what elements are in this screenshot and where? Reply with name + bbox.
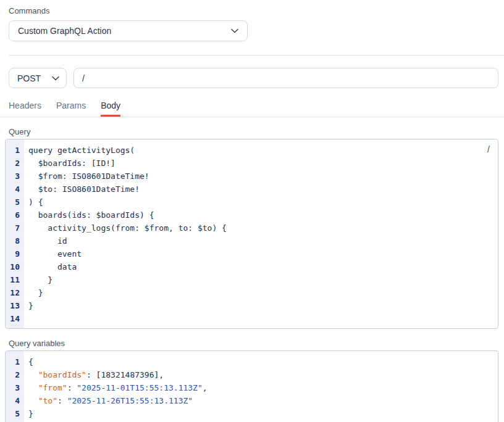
tab-params[interactable]: Params <box>56 101 86 117</box>
chevron-down-icon <box>52 76 59 81</box>
line-number: 14 <box>6 312 24 325</box>
query-variables-label: Query variables <box>9 339 504 348</box>
line-number: 2 <box>6 157 24 170</box>
tab-bar: Headers Params Body <box>0 88 504 117</box>
line-number: 9 <box>6 247 24 260</box>
line-number: 1 <box>6 355 24 368</box>
code-text: "from": "2025-11-01T15:55:13.113Z", <box>24 381 208 394</box>
code-text: activity_logs(from: $from, to: $to) { <box>24 221 227 234</box>
code-text: } <box>24 407 33 420</box>
line-number: 2 <box>6 368 24 381</box>
code-line: 14 <box>6 312 498 325</box>
code-line: 1{ <box>6 355 498 368</box>
line-number: 7 <box>6 221 24 234</box>
query-label: Query <box>9 127 504 136</box>
chevron-down-icon <box>231 28 238 33</box>
code-line: 11 } <box>6 273 498 286</box>
method-select-value: POST <box>17 73 41 83</box>
code-text: event <box>24 247 82 260</box>
code-lines: 1query getActivityLogs(2 $boardIds: [ID!… <box>6 139 498 325</box>
code-text: "boardIds": [18321487396], <box>24 368 164 381</box>
query-editor[interactable]: / 1query getActivityLogs(2 $boardIds: [I… <box>5 139 498 329</box>
code-text: } <box>24 286 43 299</box>
code-line: 4 $to: ISO8601DateTime! <box>6 183 498 196</box>
tab-headers[interactable]: Headers <box>9 101 41 117</box>
code-text: query getActivityLogs( <box>24 144 135 157</box>
code-lines: 1{2 "boardIds": [18321487396],3 "from": … <box>6 351 498 420</box>
code-line: 10 data <box>6 260 498 273</box>
code-text: "to": "2025-11-26T15:55:13.113Z" <box>24 394 193 407</box>
code-line: 12 } <box>6 286 498 299</box>
request-row: POST <box>9 68 498 88</box>
code-line: 3 $from: ISO8601DateTime! <box>6 170 498 183</box>
commands-select[interactable]: Custom GraphQL Action <box>9 20 248 41</box>
line-number: 4 <box>6 183 24 196</box>
code-line: 3 "from": "2025-11-01T15:55:13.113Z", <box>6 381 498 394</box>
commands-label: Commands <box>9 6 504 15</box>
method-select[interactable]: POST <box>9 68 67 88</box>
divider <box>9 55 504 56</box>
code-text: { <box>24 355 33 368</box>
code-line: 2 $boardIds: [ID!] <box>6 157 498 170</box>
code-line: 8 id <box>6 234 498 247</box>
code-line: 5) { <box>6 196 498 209</box>
code-text: $to: ISO8601DateTime! <box>24 183 140 196</box>
code-text: id <box>24 234 67 247</box>
code-text: $boardIds: [ID!] <box>24 157 116 170</box>
line-number: 1 <box>6 144 24 157</box>
line-number: 8 <box>6 234 24 247</box>
code-text: boards(ids: $boardIds) { <box>24 209 154 221</box>
query-variables-editor[interactable]: 1{2 "boardIds": [18321487396],3 "from": … <box>5 350 498 422</box>
code-line: 5} <box>6 407 498 420</box>
line-number: 3 <box>6 381 24 394</box>
line-number: 10 <box>6 260 24 273</box>
code-text: $from: ISO8601DateTime! <box>24 170 149 183</box>
code-text: } <box>24 299 33 312</box>
line-number: 12 <box>6 286 24 299</box>
url-input[interactable] <box>74 68 498 88</box>
line-number: 5 <box>6 196 24 209</box>
code-text: ) { <box>24 196 43 209</box>
code-text: data <box>24 260 77 273</box>
code-line: 6 boards(ids: $boardIds) { <box>6 209 498 221</box>
code-line: 7 activity_logs(from: $from, to: $to) { <box>6 221 498 234</box>
line-number: 13 <box>6 299 24 312</box>
line-number: 4 <box>6 394 24 407</box>
code-text <box>24 312 28 325</box>
code-line: 9 event <box>6 247 498 260</box>
line-number: 5 <box>6 407 24 420</box>
commands-select-value: Custom GraphQL Action <box>18 26 111 36</box>
code-line: 1query getActivityLogs( <box>6 144 498 157</box>
code-line: 2 "boardIds": [18321487396], <box>6 368 498 381</box>
line-number: 6 <box>6 209 24 221</box>
line-number: 3 <box>6 170 24 183</box>
line-number: 11 <box>6 273 24 286</box>
code-line: 4 "to": "2025-11-26T15:55:13.113Z" <box>6 394 498 407</box>
code-text: } <box>24 273 52 286</box>
tab-body[interactable]: Body <box>101 101 120 117</box>
code-line: 13} <box>6 299 498 312</box>
